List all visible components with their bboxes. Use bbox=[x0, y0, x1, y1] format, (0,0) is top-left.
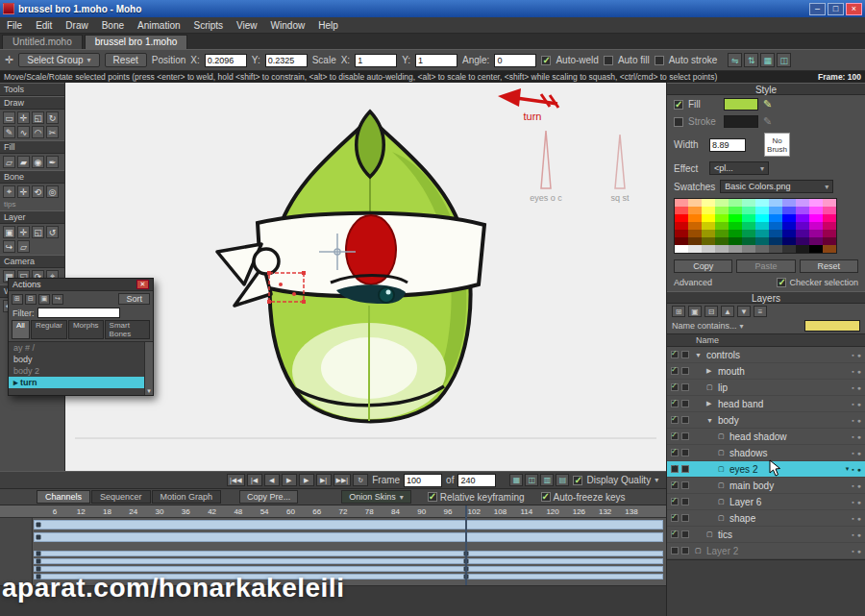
palette-swatch[interactable] bbox=[729, 230, 742, 237]
ruler-frame-66[interactable]: 66 bbox=[312, 507, 321, 516]
auto-weld-checkbox[interactable] bbox=[541, 56, 551, 65]
action-item-body[interactable]: body bbox=[9, 354, 144, 365]
ruler-frame-126[interactable]: 126 bbox=[573, 507, 585, 516]
quality-view-icon[interactable]: ▤ bbox=[556, 474, 569, 486]
width-input[interactable] bbox=[709, 138, 746, 152]
stroke-edit-icon[interactable]: ✎ bbox=[763, 115, 772, 128]
palette-swatch[interactable] bbox=[675, 222, 688, 230]
palette-swatch[interactable] bbox=[675, 199, 688, 207]
palette-swatch[interactable] bbox=[729, 245, 742, 253]
palette-swatch[interactable] bbox=[715, 237, 729, 245]
layer-row-tics[interactable]: ▢tics▪● bbox=[667, 527, 865, 543]
layer-edit-checkbox[interactable] bbox=[681, 481, 689, 489]
palette-swatch[interactable] bbox=[809, 214, 823, 222]
ruler-frame-138[interactable]: 138 bbox=[625, 507, 637, 516]
scale-y-input[interactable] bbox=[415, 54, 457, 67]
palette-swatch[interactable] bbox=[769, 207, 782, 214]
show-controls-icon[interactable]: ◫ bbox=[777, 53, 791, 67]
delete-layer-icon[interactable]: ⊟ bbox=[704, 306, 718, 317]
ruler-frame-108[interactable]: 108 bbox=[494, 507, 507, 516]
layer-visible-checkbox[interactable] bbox=[671, 530, 679, 538]
palette-swatch[interactable] bbox=[823, 222, 836, 230]
palette-swatch[interactable] bbox=[769, 237, 782, 245]
step-back-button[interactable]: ◀ bbox=[264, 474, 280, 486]
effect-dropdown[interactable]: <pl... bbox=[709, 161, 769, 175]
menu-help[interactable]: Help bbox=[311, 17, 345, 33]
layer-edit-checkbox[interactable] bbox=[681, 498, 689, 505]
layer-visible-checkbox[interactable] bbox=[671, 498, 679, 505]
palette-swatch[interactable] bbox=[796, 207, 809, 214]
palette-swatch[interactable] bbox=[729, 237, 742, 245]
layer-row-mouth[interactable]: ▶mouth▪● bbox=[667, 363, 865, 380]
palette-swatch[interactable] bbox=[809, 199, 823, 207]
palette-swatch[interactable] bbox=[769, 214, 782, 222]
layer-visible-checkbox[interactable] bbox=[671, 416, 679, 424]
palette-swatch[interactable] bbox=[702, 237, 715, 245]
layer-row-body[interactable]: ▼body▪● bbox=[667, 412, 865, 429]
menu-window[interactable]: Window bbox=[264, 17, 312, 33]
layer-row-controls[interactable]: ▼controls▪● bbox=[667, 347, 865, 363]
menu-file[interactable]: File bbox=[0, 17, 29, 33]
move-layer-up-icon[interactable]: ▲ bbox=[721, 306, 734, 317]
palette-swatch[interactable] bbox=[755, 230, 769, 237]
keyframe-dot[interactable] bbox=[36, 523, 40, 528]
bone-flag-icon[interactable]: ▪ bbox=[852, 482, 853, 489]
character[interactable] bbox=[217, 111, 484, 422]
folder-toggle-icon[interactable]: ▶ bbox=[706, 367, 715, 375]
layer-row-shape[interactable]: ▢shape▪● bbox=[667, 510, 865, 527]
palette-swatch[interactable] bbox=[688, 207, 702, 214]
ruler-frame-132[interactable]: 132 bbox=[599, 507, 611, 516]
palette-swatch[interactable] bbox=[742, 222, 755, 230]
ruler-frame-54[interactable]: 54 bbox=[260, 507, 269, 516]
palette-swatch[interactable] bbox=[688, 214, 702, 222]
layer-settings-icon[interactable]: ≡ bbox=[754, 306, 767, 317]
ruler-frame-18[interactable]: 18 bbox=[103, 507, 111, 516]
layer-edit-checkbox[interactable] bbox=[681, 351, 689, 358]
select-shape-icon[interactable]: ▱ bbox=[3, 156, 15, 168]
fill-edit-icon[interactable]: ✎ bbox=[763, 98, 772, 111]
palette-swatch[interactable] bbox=[742, 207, 755, 214]
ruler-frame-60[interactable]: 60 bbox=[286, 507, 295, 516]
ruler-frame-96[interactable]: 96 bbox=[444, 507, 453, 516]
palette-swatch[interactable] bbox=[782, 237, 796, 245]
ruler-frame-78[interactable]: 78 bbox=[365, 507, 374, 516]
layer-edit-checkbox[interactable] bbox=[681, 530, 689, 538]
bone-flag-icon[interactable]: ▪ bbox=[852, 531, 853, 538]
ruler-frame-6[interactable]: 6 bbox=[53, 507, 57, 516]
layer-visible-checkbox[interactable] bbox=[671, 514, 679, 522]
palette-swatch[interactable] bbox=[823, 214, 836, 222]
copy-frame-button[interactable]: Copy Pre... bbox=[239, 490, 298, 504]
render-flag-icon[interactable]: ● bbox=[857, 499, 861, 505]
scale-layer-icon[interactable]: ◱ bbox=[32, 226, 44, 238]
palette-swatch[interactable] bbox=[675, 207, 688, 214]
translate-points-icon[interactable]: ✛ bbox=[17, 111, 30, 124]
palette-swatch[interactable] bbox=[729, 214, 742, 222]
layer-visible-checkbox[interactable] bbox=[671, 367, 679, 375]
palette-swatch[interactable] bbox=[769, 199, 782, 207]
bone-widgets[interactable]: eyes o c sq st bbox=[530, 131, 630, 203]
palette-swatch[interactable] bbox=[715, 199, 729, 207]
bone-flag-icon[interactable]: ▪ bbox=[852, 515, 853, 522]
render-flag-icon[interactable]: ● bbox=[857, 401, 861, 407]
relative-keyframing-checkbox[interactable] bbox=[428, 492, 437, 502]
palette-swatch[interactable] bbox=[729, 207, 742, 214]
palette-swatch[interactable] bbox=[782, 214, 796, 222]
end-frame-input[interactable] bbox=[457, 474, 496, 487]
palette-swatch[interactable] bbox=[702, 199, 715, 207]
display-quality-checkbox[interactable] bbox=[573, 476, 582, 485]
layer-visible-checkbox[interactable] bbox=[671, 351, 679, 358]
translate-layer-icon[interactable]: ✛ bbox=[17, 226, 30, 238]
filter-input[interactable] bbox=[37, 308, 120, 318]
palette-swatch[interactable] bbox=[675, 237, 688, 245]
palette-swatch[interactable] bbox=[675, 230, 688, 237]
timeline-tab-motion-graph[interactable]: Motion Graph bbox=[152, 490, 222, 504]
render-flag-icon[interactable]: ● bbox=[857, 531, 861, 538]
render-flag-icon[interactable]: ● bbox=[857, 417, 861, 424]
no-brush-button[interactable]: No Brush bbox=[764, 133, 790, 157]
actions-tab-regular[interactable]: Regular bbox=[31, 320, 67, 339]
insert-action-icon[interactable]: ↪ bbox=[52, 294, 63, 305]
bone-flag-icon[interactable]: ▪ bbox=[852, 401, 853, 407]
position-x-input[interactable] bbox=[205, 54, 247, 67]
palette-swatch[interactable] bbox=[796, 230, 809, 237]
palette-swatch[interactable] bbox=[755, 214, 769, 222]
